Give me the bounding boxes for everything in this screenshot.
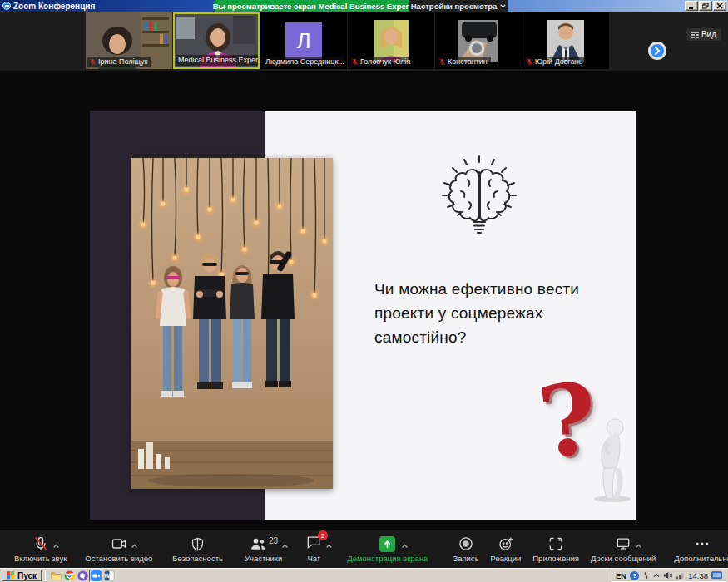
team-photo — [131, 158, 333, 489]
participant-name: Medical Business Expert — [178, 56, 258, 65]
participant-letter-avatar: Л — [285, 22, 322, 59]
screen-sharing-banner: Вы просматриваете экран Medical Business… — [215, 0, 409, 12]
participants-strip: Ірина Поліщук Medical Business Expert — [0, 12, 728, 71]
apps-label: Приложения — [532, 554, 579, 563]
participant-photo-avatar — [374, 20, 409, 62]
shield-icon — [190, 536, 206, 552]
slide-question-line: самостійно? — [374, 325, 607, 349]
slide-question-line: проекти у соцмережах — [374, 301, 607, 325]
share-screen-button[interactable]: Демонстрация экрана — [341, 534, 433, 565]
participants-icon — [249, 535, 267, 552]
slide-question-text: Чи можна ефективно вести проекти у соцме… — [374, 277, 607, 349]
muted-mic-icon — [438, 58, 446, 66]
participant-tile[interactable]: Л Людмила Середницк... — [260, 12, 347, 69]
whiteboard-icon — [615, 535, 631, 552]
network-tray-icon[interactable] — [676, 571, 685, 580]
view-button[interactable]: Вид — [686, 28, 721, 41]
start-label: Пуск — [17, 571, 37, 580]
show-hidden-icons-button[interactable] — [653, 573, 660, 578]
more-button[interactable]: Дополнительно — [668, 534, 728, 565]
whiteboards-label: Доски сообщений — [591, 554, 656, 563]
brain-lightbulb-icon — [439, 154, 519, 240]
window-titlebar: Zoom Конференция Вы просматриваете экран… — [0, 0, 728, 12]
explorer-taskbar-icon[interactable] — [49, 570, 62, 582]
svg-text:W: W — [104, 572, 110, 580]
participant-name: Людмила Середницк... — [265, 57, 344, 67]
display-tray-icon[interactable] — [711, 571, 722, 580]
apps-icon — [547, 535, 564, 552]
stop-video-button[interactable]: Остановить видео — [79, 534, 158, 565]
unmute-button[interactable]: Включить звук — [8, 534, 72, 565]
chevron-up-icon[interactable] — [52, 537, 60, 552]
volume-tray-icon[interactable] — [663, 571, 672, 580]
whiteboards-button[interactable]: Доски сообщений — [585, 534, 661, 565]
next-participants-button[interactable] — [648, 42, 666, 60]
participant-tile[interactable]: Константин — [435, 12, 522, 69]
shared-screen-area: Чи можна ефективно вести проекти у соцме… — [0, 71, 728, 530]
unmute-label: Включить звук — [14, 554, 67, 563]
participants-count: 23 — [269, 536, 278, 545]
chevron-up-icon[interactable] — [281, 537, 289, 552]
record-label: Запись — [453, 554, 478, 563]
muted-mic-icon — [32, 535, 49, 552]
restore-button[interactable] — [699, 1, 712, 11]
participant-name: Константин — [448, 57, 488, 67]
participant-name: Юрій Довгань — [535, 57, 582, 67]
participants-label: Участники — [245, 554, 282, 563]
slide-question-line: Чи можна ефективно вести — [374, 277, 607, 301]
participant-tile[interactable]: Юрій Довгань — [522, 12, 609, 69]
chevron-down-icon — [500, 4, 506, 8]
window-title: Zoom Конференция — [13, 2, 95, 11]
more-label: Дополнительно — [674, 554, 728, 563]
sync-tray-icon[interactable] — [642, 571, 650, 580]
language-indicator[interactable]: EN — [616, 571, 626, 580]
security-label: Безопасность — [172, 554, 223, 563]
start-button[interactable]: Пуск — [2, 570, 42, 581]
meeting-toolbar: Включить звук Остановить видео Безопасно… — [0, 530, 728, 568]
reactions-label: Реакции — [491, 554, 522, 563]
share-screen-label: Демонстрация экрана — [347, 554, 428, 563]
chevron-up-icon[interactable] — [325, 537, 333, 552]
viber-taskbar-icon[interactable] — [76, 570, 89, 582]
windows-taskbar: Пуск W EN ? 14:38 — [0, 568, 728, 582]
reactions-button[interactable]: Реакции — [485, 534, 527, 565]
participant-name: Головчук Юлія — [360, 57, 410, 67]
participant-photo-avatar — [458, 20, 498, 62]
chevron-right-icon — [653, 47, 661, 55]
chat-label: Чат — [307, 554, 320, 563]
chrome-taskbar-icon[interactable] — [62, 570, 76, 582]
chevron-up-icon[interactable] — [131, 537, 138, 552]
security-button[interactable]: Безопасность — [166, 534, 229, 565]
system-tray: EN ? 14:38 — [612, 570, 726, 582]
participant-tile[interactable]: Ірина Поліщук — [86, 12, 172, 69]
question-mark-figure: ? — [539, 378, 639, 503]
more-dots-icon — [694, 535, 711, 552]
record-button[interactable]: Запись — [447, 534, 484, 565]
view-settings-label: Настройки просмотра — [411, 2, 497, 11]
taskbar-divider — [45, 570, 46, 581]
word-taskbar-icon[interactable]: W — [102, 570, 116, 582]
stop-video-label: Остановить видео — [85, 554, 152, 563]
close-button[interactable] — [713, 1, 726, 11]
participant-tile[interactable]: Головчук Юлія — [348, 12, 434, 69]
zoom-taskbar-icon[interactable] — [89, 570, 102, 582]
minimize-button[interactable] — [685, 1, 698, 11]
muted-mic-icon — [351, 58, 359, 66]
presentation-slide: Чи можна ефективно вести проекти у соцме… — [90, 111, 636, 520]
grid-view-icon — [691, 32, 699, 38]
chat-button[interactable]: 2 Чат — [300, 534, 328, 565]
view-settings-dropdown[interactable]: Настройки просмотра — [409, 0, 508, 12]
participant-photo-avatar — [547, 20, 584, 62]
chevron-up-icon[interactable] — [635, 537, 642, 552]
clock[interactable]: 14:38 — [688, 571, 708, 580]
participants-button[interactable]: 23 Участники — [239, 534, 288, 565]
participant-tile-active-speaker[interactable]: Medical Business Expert — [173, 12, 260, 69]
thinking-person-figure — [589, 417, 634, 503]
zoom-meeting-window: Zoom Конференция Вы просматриваете экран… — [0, 0, 728, 582]
help-tray-icon[interactable]: ? — [630, 571, 639, 580]
chevron-up-icon[interactable] — [401, 537, 409, 552]
record-icon — [458, 535, 474, 552]
apps-button[interactable]: Приложения — [527, 534, 585, 565]
muted-mic-icon — [89, 58, 97, 66]
participant-name: Ірина Поліщук — [98, 57, 147, 67]
